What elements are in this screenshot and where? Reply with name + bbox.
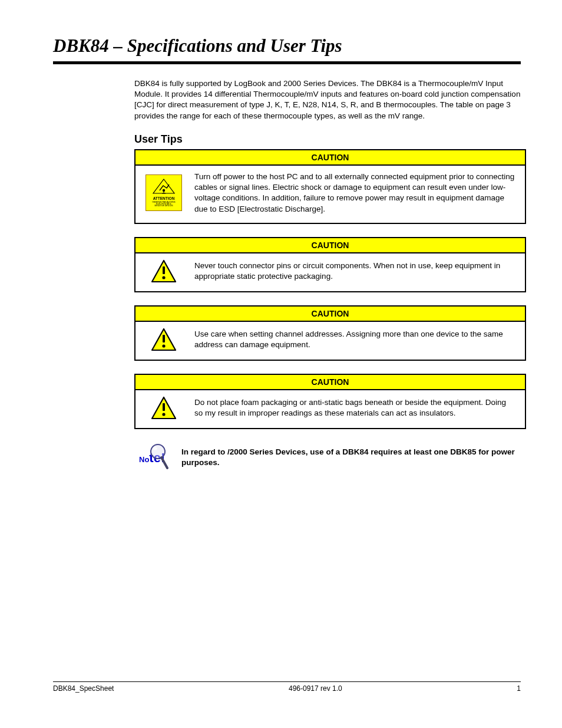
warning-icon bbox=[144, 396, 184, 420]
note-row: Note! In regard to /2000 Series Devices,… bbox=[134, 442, 521, 473]
svg-point-6 bbox=[162, 276, 165, 279]
footer-left: DBK84_SpecSheet bbox=[53, 684, 114, 693]
warning-icon bbox=[144, 328, 184, 351]
note-icon: Note! bbox=[134, 442, 168, 473]
svg-rect-11 bbox=[163, 403, 165, 411]
caution-box-address: CAUTION Use care when setting channel ad… bbox=[134, 305, 526, 361]
footer-right: 1 bbox=[517, 684, 521, 693]
caution-box-foam: CAUTION Do not place foam packaging or a… bbox=[134, 374, 526, 429]
caution-text: Use care when setting channel addresses.… bbox=[194, 329, 517, 350]
caution-title: CAUTION bbox=[135, 307, 525, 322]
page-title: DBK84 – Specifications and User Tips bbox=[53, 35, 521, 57]
caution-title: CAUTION bbox=[135, 375, 525, 390]
caution-title: CAUTION bbox=[135, 238, 525, 253]
caution-body: ATTENTION OBSERVE PRECAUTIONSELECTROSTAT… bbox=[135, 166, 525, 223]
caution-text: Never touch connector pins or circuit co… bbox=[194, 261, 517, 282]
caution-box-esd: CAUTION ATTENTION OBSERVE PRECAUTIONSELE… bbox=[134, 149, 526, 224]
svg-point-12 bbox=[162, 413, 165, 416]
user-tips-heading: User Tips bbox=[134, 133, 521, 146]
caution-body: Never touch connector pins or circuit co… bbox=[135, 253, 525, 291]
footer-center: 496-0917 rev 1.0 bbox=[289, 684, 342, 693]
caution-text: Do not place foam packaging or anti-stat… bbox=[194, 397, 517, 419]
svg-point-13 bbox=[151, 444, 165, 459]
page-footer: DBK84_SpecSheet 496-0917 rev 1.0 1 bbox=[53, 681, 521, 693]
caution-text: Turn off power to the host PC and to all… bbox=[194, 172, 517, 215]
esd-icon: ATTENTION OBSERVE PRECAUTIONSELECTROSTAT… bbox=[144, 174, 184, 211]
footer-rule bbox=[53, 681, 521, 682]
warning-icon bbox=[144, 259, 184, 283]
note-text: In regard to /2000 Series Devices, use o… bbox=[181, 447, 521, 468]
title-rule bbox=[53, 61, 521, 64]
svg-point-9 bbox=[162, 344, 165, 347]
caution-body: Do not place foam packaging or anti-stat… bbox=[135, 390, 525, 428]
page-header: DBK84 – Specifications and User Tips bbox=[53, 35, 521, 57]
caution-body: Use care when setting channel addresses.… bbox=[135, 322, 525, 360]
caution-box-pins: CAUTION Never touch connector pins or ci… bbox=[134, 237, 526, 292]
svg-rect-8 bbox=[163, 335, 165, 342]
svg-point-1 bbox=[163, 189, 165, 192]
svg-point-14 bbox=[153, 447, 157, 450]
caution-title: CAUTION bbox=[135, 150, 525, 166]
intro-paragraph: DBK84 is fully supported by LogBook and … bbox=[134, 78, 521, 121]
svg-line-15 bbox=[161, 457, 167, 468]
svg-rect-5 bbox=[163, 266, 165, 274]
